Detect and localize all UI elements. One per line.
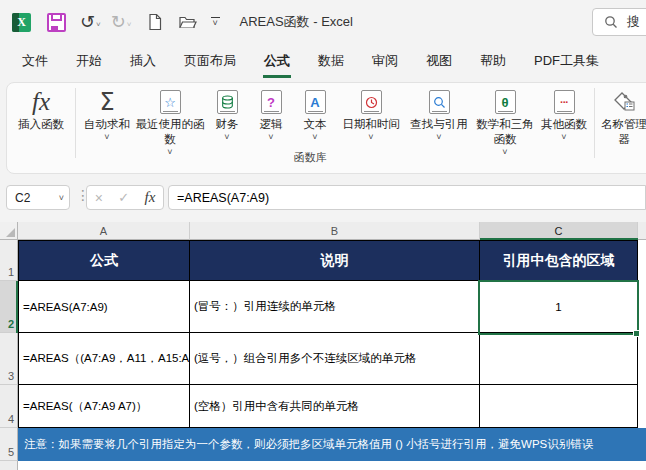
dropdown-chevron-icon: ˅	[104, 132, 109, 143]
excel-logo-icon: X	[12, 13, 31, 32]
search-icon	[604, 15, 618, 29]
ribbon-tab-bar: 文件 开始 插入 页面布局 公式 数据 审阅 视图 帮助 PDF工具集	[0, 44, 646, 78]
cell-a3[interactable]: =AREAS（(A7:A9，A11，A15:A17)）	[18, 333, 190, 385]
row-header-4[interactable]: 4	[0, 385, 18, 428]
row-header-1[interactable]: 1	[0, 240, 18, 281]
more-functions-icon: ···	[554, 90, 575, 114]
open-folder-icon[interactable]	[178, 13, 197, 31]
clock-icon	[365, 96, 378, 109]
name-manager-icon	[612, 90, 636, 114]
dropdown-chevron-icon: ˅	[561, 132, 566, 143]
math-trig-button[interactable]: θ 数学和三角函数 ˅	[473, 84, 537, 162]
tab-page-layout[interactable]: 页面布局	[170, 44, 250, 78]
cell-b4[interactable]: (空格）引用中含有共同的单元格	[190, 385, 480, 428]
ribbon-separator	[594, 88, 595, 158]
name-box-chevron-icon[interactable]: ˅	[59, 193, 64, 203]
undo-button[interactable]: ↺ ˅	[80, 13, 101, 31]
coins-icon	[221, 95, 234, 109]
name-box[interactable]: C2 ˅	[6, 185, 70, 210]
cell-b2[interactable]: (冒号：）引用连续的单元格	[190, 281, 480, 333]
redo-chevron-icon: ˅	[127, 20, 132, 31]
excel-logo-letter: X	[17, 15, 26, 30]
autosum-button[interactable]: Σ 自动求和 ˅	[79, 84, 135, 162]
financial-functions-button[interactable]: 财务 ˅	[205, 84, 249, 162]
magnifier-icon	[433, 96, 446, 109]
tab-insert[interactable]: 插入	[116, 44, 170, 78]
datetime-icon	[361, 90, 382, 114]
redo-icon: ↻	[111, 13, 126, 31]
select-all-triangle-icon	[6, 228, 15, 237]
dropdown-chevron-icon: ˅	[436, 132, 441, 143]
qat-customize-chevron-icon: ˅	[212, 19, 217, 28]
cell-a5-notice-banner[interactable]: 注意：如果需要将几个引用指定为一个参数，则必须把多区域单元格值用 () 小括号进…	[18, 428, 646, 461]
tab-view[interactable]: 视图	[412, 44, 466, 78]
recent-functions-icon: ☆	[160, 90, 181, 114]
financial-icon	[217, 90, 238, 114]
row-header-partial[interactable]	[0, 461, 18, 470]
insert-function-fx-icon[interactable]: fx	[144, 189, 155, 206]
tab-review[interactable]: 审阅	[358, 44, 412, 78]
cell-a1[interactable]: 公式	[18, 240, 190, 281]
cell-c4[interactable]	[480, 385, 638, 428]
function-library-group-label: 函数库	[260, 150, 360, 165]
window-title: AREAS函数 - Excel	[240, 13, 353, 31]
cancel-icon[interactable]: ×	[95, 190, 103, 206]
dropdown-chevron-icon: ˅	[368, 132, 373, 143]
undo-icon: ↺	[80, 13, 95, 31]
tab-help[interactable]: 帮助	[466, 44, 520, 78]
select-all-corner[interactable]	[0, 222, 18, 240]
tab-home[interactable]: 开始	[62, 44, 116, 78]
title-bar: X ↺ ˅ ↻ ˅ ˅ AREAS函数 - Excel 搜	[0, 0, 646, 44]
more-functions-button[interactable]: ··· 其他函数 ˅	[537, 84, 591, 162]
text-icon: A	[305, 90, 326, 114]
insert-function-icon: fx	[32, 88, 50, 116]
undo-chevron-icon[interactable]: ˅	[96, 20, 101, 31]
recent-functions-button[interactable]: ☆ 最近使用的函数 ˅	[135, 84, 205, 162]
excel-window: X ↺ ˅ ↻ ˅ ˅ AREAS函数 - Excel 搜	[0, 0, 646, 470]
row-header-5[interactable]: 5	[0, 428, 18, 461]
dropdown-chevron-icon: ˅	[268, 132, 273, 143]
insert-function-button[interactable]: fx 插入函数	[10, 84, 72, 162]
redo-button[interactable]: ↻ ˅	[111, 13, 132, 31]
ribbon: fx 插入函数 Σ 自动求和 ˅ ☆ 最近使用的函数 ˅	[0, 78, 646, 178]
cell-c1[interactable]: 引用中包含的区域	[480, 240, 638, 281]
save-icon[interactable]	[47, 13, 66, 32]
column-header-b[interactable]: B	[190, 222, 480, 240]
enter-icon[interactable]: ✓	[118, 190, 129, 205]
tab-pdf-tools[interactable]: PDF工具集	[520, 44, 613, 78]
logical-icon: ?	[261, 90, 282, 114]
column-header-a[interactable]: A	[18, 222, 190, 240]
qat-customize-button[interactable]: ˅	[211, 17, 220, 28]
math-trig-icon: θ	[495, 90, 516, 114]
cell-b1[interactable]: 说明	[190, 240, 480, 281]
lookup-icon	[429, 90, 450, 114]
spreadsheet-grid: A B C 1 2 3 4 5 公式 说明 引用中包含的区域 =AREAS(A7…	[0, 222, 646, 470]
dropdown-chevron-icon: ˅	[502, 147, 507, 158]
name-manager-button[interactable]: 名称管理器	[598, 84, 646, 162]
cell-c3[interactable]	[480, 333, 638, 385]
cell-b3[interactable]: (逗号，）组合引用多个不连续区域的单元格	[190, 333, 480, 385]
formula-input[interactable]: =AREAS(A7:A9)	[168, 185, 646, 210]
dropdown-chevron-icon: ˅	[224, 132, 229, 143]
search-label: 搜	[627, 13, 640, 31]
tab-file[interactable]: 文件	[8, 44, 62, 78]
ribbon-separator	[75, 88, 76, 158]
fill-handle[interactable]	[633, 330, 640, 337]
autosum-icon: Σ	[99, 88, 114, 116]
search-box[interactable]: 搜	[592, 8, 646, 36]
dropdown-chevron-icon: ˅	[312, 132, 317, 143]
formula-bar: C2 ˅ ⋮ × ✓ fx =AREAS(A7:A9)	[0, 178, 646, 222]
tab-formulas[interactable]: 公式	[250, 44, 304, 78]
dropdown-chevron-icon: ˅	[167, 147, 172, 158]
cell-c2-selected[interactable]: 1	[480, 281, 638, 333]
tab-data[interactable]: 数据	[304, 44, 358, 78]
row-header-3[interactable]: 3	[0, 333, 18, 385]
formula-buttons: × ✓ fx	[86, 185, 164, 210]
cell-a2[interactable]: =AREAS(A7:A9)	[18, 281, 190, 333]
lookup-reference-button[interactable]: 查找与引用 ˅	[405, 84, 473, 162]
new-file-icon[interactable]	[146, 13, 164, 31]
cell-a4[interactable]: =AREAS(（A7:A9 A7)）	[18, 385, 190, 428]
column-header-partial[interactable]	[638, 222, 646, 240]
